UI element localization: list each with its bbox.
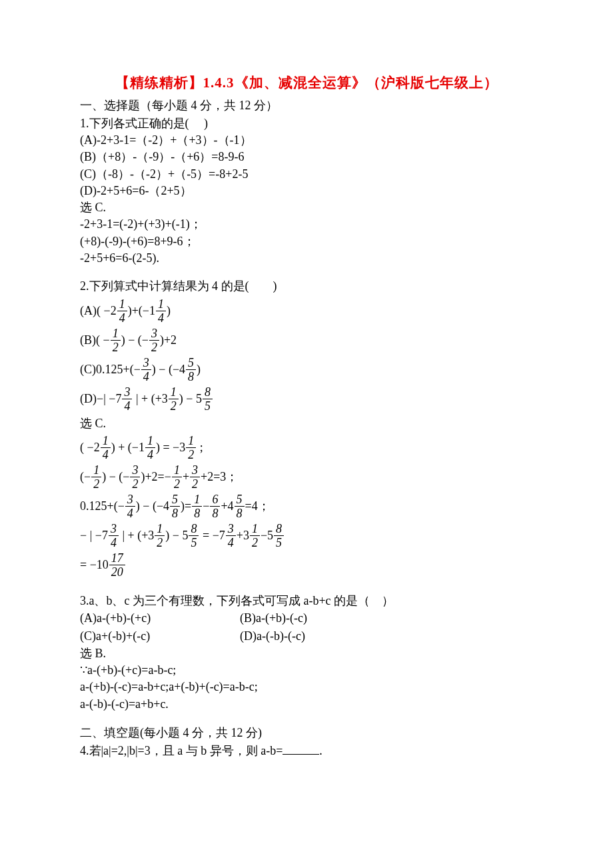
q1-optB: (B)（+8）-（-9）-（+6）=8-9-6 [80,149,533,165]
q1-stem: 1.下列各式正确的是( ) [80,115,533,131]
q2-answer: 选 C. [80,415,533,431]
q1-optC: (C)（-8）-（-2）+（-5）=-8+2-5 [80,166,533,182]
q2-optD: (D)−| −734 | + ( +312 ) − 585 [80,386,533,412]
section2-header: 二、填空题(每小题 4 分，共 12 分) [80,725,533,741]
q3-answer: 选 B. [80,645,533,661]
q2-explain-1: ( −214 ) + ( −114 ) = −312 ; [80,435,533,461]
title: 【精练精析】1.4.3《加、减混全运算》（沪科版七年级上） [80,73,533,92]
q4-post: . [319,744,322,757]
q2-explain-4a: − | −734 | + ( +312 ) − 585 = −734 + 312… [80,523,533,549]
q2-explain-4b: = −101720 [80,552,533,578]
q1-explain-1: -2+3-1=(-2)+(+3)+(-1)； [80,216,533,232]
q4-stem: 4.若|a|=2,|b|=3，且 a 与 b 异号，则 a-b=. [80,742,533,759]
q2-explain-2: (−12 ) − (−32 )+2=−12 +32 +2=3； [80,464,533,490]
q2-explain-3: 0.125+( −34 ) − ( −458 )= 18 − 68 + 458 … [80,493,533,519]
q2-optB: (B)( −12 ) − (− 32 )+2 [80,327,533,353]
q1-explain-2: (+8)-(-9)-(+6)=8+9-6； [80,233,533,249]
q1-explain-3: -2+5+6=6-(2-5). [80,250,533,266]
q2-optA: (A)( −214 )+( −114 ) [80,298,533,324]
q3-optD: (D)a-(-b)-(-c) [240,628,305,644]
q3-optA: (A)a-(+b)-(+c) [80,610,240,626]
q3-optB: (B)a-(+b)-(-c) [240,610,307,626]
q1-optD: (D)-2+5+6=6-（2+5） [80,183,533,199]
q3-stem: 3.a、b、c 为三个有理数，下列各式可写成 a-b+c 的是（ ） [80,593,533,609]
q1-optA: (A)-2+3-1=（-2）+（+3）-（-1） [80,132,533,148]
q4-blank [283,742,319,755]
q2-stem: 2.下列算式中计算结果为 4 的是( ) [80,278,533,294]
q3-explain-2: a-(+b)-(-c)=a-b+c;a+(-b)+(-c)=a-b-c; [80,679,533,695]
section1-header: 一、选择题（每小题 4 分，共 12 分） [80,97,533,113]
q3-explain-3: a-(-b)-(-c)=a+b+c. [80,696,533,712]
q2-optC: (C)0.125+( −34 ) − ( −458 ) [80,357,533,383]
q1-answer: 选 C. [80,199,533,215]
q4-pre: 4.若|a|=2,|b|=3，且 a 与 b 异号，则 a-b= [80,744,283,757]
q3-explain-1: ∵a-(+b)-(+c)=a-b-c; [80,662,533,678]
q3-optC: (C)a+(-b)+(-c) [80,628,240,644]
